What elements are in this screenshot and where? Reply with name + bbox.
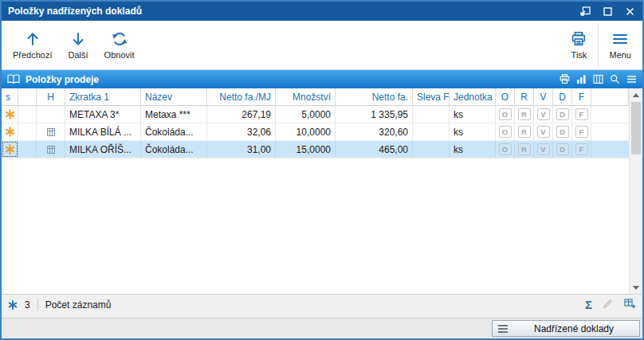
search-gear-icon bbox=[610, 74, 620, 84]
scrollbar-track[interactable] bbox=[630, 101, 642, 281]
vertical-scrollbar[interactable] bbox=[629, 88, 642, 294]
flag-badge-r: R bbox=[518, 143, 531, 155]
column-header-zkratka[interactable]: Zkratka 1 bbox=[65, 88, 141, 105]
panel-print-button[interactable] bbox=[560, 74, 570, 84]
app-window: Položky nadřízených dokladů bbox=[0, 0, 644, 340]
parent-documents-button[interactable]: Nadřízené doklady bbox=[492, 320, 640, 337]
edit-button[interactable] bbox=[603, 298, 614, 311]
table-row-selected[interactable]: MILKA OŘÍŠ... Čokoláda... 31,00 15,0000 … bbox=[2, 141, 629, 158]
toolbar-separator bbox=[598, 23, 599, 67]
panel-search-button[interactable] bbox=[610, 74, 620, 84]
cell-jednotka: ks bbox=[450, 141, 496, 158]
export-table-button[interactable] bbox=[624, 298, 636, 311]
cell-zkratka: MILKA OŘÍŠ... bbox=[65, 141, 141, 158]
refresh-icon bbox=[111, 30, 128, 48]
panel-columns-button[interactable] bbox=[593, 74, 603, 84]
titlebar: Položky nadřízených dokladů bbox=[2, 2, 642, 21]
panel-menu-button[interactable] bbox=[626, 74, 637, 84]
table-header-row: s H Zkratka 1 Název Netto fa./MJ Množstv… bbox=[2, 88, 629, 106]
flag-badge-o: O bbox=[499, 126, 512, 138]
column-header-jednotka[interactable]: Jednotka bbox=[450, 88, 496, 105]
dock-window-button[interactable] bbox=[577, 4, 593, 18]
previous-label: Předchozí bbox=[13, 50, 53, 60]
panel-chart-button[interactable] bbox=[576, 74, 587, 84]
flag-badge-v: V bbox=[537, 126, 550, 138]
cell-zkratka: MILKA BÍLÁ ... bbox=[65, 123, 141, 140]
cell-mnozstvi: 15,0000 bbox=[276, 141, 336, 158]
cell-sleva bbox=[413, 141, 450, 158]
printer-icon bbox=[570, 30, 587, 48]
menu-icon bbox=[498, 325, 508, 333]
flag-badge-f: F bbox=[575, 126, 588, 138]
arrow-down-icon bbox=[69, 30, 87, 48]
dock-icon bbox=[580, 6, 591, 16]
column-header-d[interactable]: D bbox=[553, 88, 572, 105]
cell-sleva bbox=[413, 106, 450, 123]
table-row[interactable]: MILKA BÍLÁ ... Čokoláda... 32,06 10,0000… bbox=[2, 123, 629, 141]
arrow-up-icon bbox=[24, 30, 41, 48]
column-header-mnozstvi[interactable]: Množství bbox=[276, 88, 336, 105]
grid-empty-area bbox=[2, 158, 629, 294]
refresh-label: Obnovit bbox=[104, 50, 135, 60]
column-header-o[interactable]: O bbox=[496, 88, 515, 105]
column-header-sleva[interactable]: Sleva F bbox=[413, 88, 450, 105]
flag-badge-d: D bbox=[556, 126, 569, 138]
flag-badge-v: V bbox=[537, 108, 550, 120]
column-header-netto-mj[interactable]: Netto fa./MJ bbox=[207, 88, 276, 105]
cell-nazev: Čokoláda... bbox=[141, 141, 207, 158]
scrollbar-thumb[interactable] bbox=[631, 102, 641, 154]
status-separator bbox=[37, 299, 38, 311]
next-button[interactable]: Další bbox=[61, 21, 96, 69]
book-icon bbox=[7, 74, 20, 84]
previous-button[interactable]: Předchozí bbox=[5, 21, 61, 69]
column-header-v[interactable]: V bbox=[534, 88, 553, 105]
next-label: Další bbox=[69, 50, 88, 60]
scroll-up-button[interactable] bbox=[630, 88, 642, 101]
column-header-f[interactable]: F bbox=[572, 88, 591, 105]
flag-badge-o: O bbox=[499, 108, 512, 120]
sum-button[interactable]: Σ bbox=[585, 299, 592, 311]
cell-zkratka: METAXA 3* bbox=[65, 106, 141, 123]
flag-badge-f: F bbox=[575, 143, 588, 155]
cell-nazev: Čokoláda... bbox=[141, 123, 207, 140]
record-count-label: Počet záznamů bbox=[45, 299, 112, 311]
flag-badge-v: V bbox=[537, 143, 550, 155]
flag-badge-o: O bbox=[499, 143, 512, 155]
close-button[interactable] bbox=[622, 4, 638, 18]
table-row[interactable]: METAXA 3* Metaxa *** 267,19 5,0000 1 335… bbox=[2, 106, 629, 123]
grid-link-icon bbox=[46, 145, 56, 154]
maximize-icon bbox=[603, 7, 612, 16]
menu-icon bbox=[612, 30, 628, 48]
flag-badge-d: D bbox=[556, 108, 569, 120]
column-header-r[interactable]: R bbox=[515, 88, 534, 105]
triangle-down-icon bbox=[633, 286, 639, 290]
maximize-button[interactable] bbox=[599, 4, 615, 18]
refresh-button[interactable]: Obnovit bbox=[96, 21, 143, 69]
column-header-s[interactable]: s bbox=[2, 88, 18, 105]
cell-netto: 320,60 bbox=[336, 123, 413, 140]
asterisk-icon bbox=[5, 127, 15, 137]
table-export-icon bbox=[624, 298, 636, 309]
column-header-select[interactable] bbox=[18, 88, 37, 105]
pencil-icon bbox=[603, 298, 614, 309]
print-button[interactable]: Tisk bbox=[562, 21, 595, 69]
record-count: 3 bbox=[25, 299, 30, 311]
cell-mnozstvi: 10,0000 bbox=[276, 123, 336, 140]
column-header-netto[interactable]: Netto fa. bbox=[336, 88, 413, 105]
column-header-nazev[interactable]: Název bbox=[141, 88, 207, 105]
chart-icon bbox=[576, 74, 587, 84]
scroll-down-button[interactable] bbox=[630, 281, 642, 294]
triangle-up-icon bbox=[633, 93, 639, 97]
column-header-h[interactable]: H bbox=[37, 88, 65, 105]
cell-sleva bbox=[413, 123, 450, 140]
asterisk-icon bbox=[5, 144, 15, 154]
window-title: Položky nadřízených dokladů bbox=[8, 6, 142, 17]
menu-button[interactable]: Menu bbox=[601, 21, 639, 69]
cell-netto: 465,00 bbox=[336, 141, 413, 158]
print-label: Tisk bbox=[571, 50, 587, 60]
toolbar: Předchozí Další Obnovit bbox=[2, 21, 642, 70]
bottom-tab-bar: Nadřízené doklady bbox=[2, 318, 642, 338]
statusbar: 3 Počet záznamů Σ bbox=[2, 294, 642, 315]
flag-badge-r: R bbox=[518, 126, 531, 138]
cell-jednotka: ks bbox=[450, 123, 496, 140]
